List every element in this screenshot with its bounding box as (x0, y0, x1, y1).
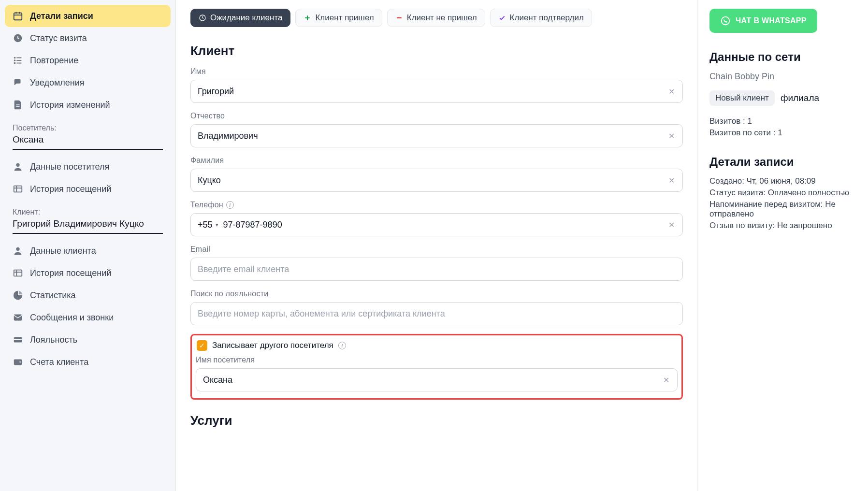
svg-rect-0 (14, 13, 22, 20)
clear-icon[interactable]: ✕ (665, 85, 678, 98)
network-visits-count: Визитов по сети : 1 (709, 128, 856, 138)
minus-icon (395, 14, 403, 22)
name-label: Имя (190, 67, 683, 76)
review-value: Отзыв по визиту: Не запрошено (709, 221, 856, 231)
sidebar-item-repeat[interactable]: Повторение (5, 49, 171, 72)
status-confirmed-button[interactable]: Клиент подтвердил (490, 9, 592, 27)
info-icon[interactable]: i (226, 201, 234, 209)
surname-label: Фамилия (190, 156, 683, 165)
surname-input[interactable] (198, 169, 665, 191)
sidebar-item-visitor-data[interactable]: Данные посетителя (5, 156, 171, 178)
svg-point-11 (16, 163, 19, 167)
table-icon (13, 184, 23, 194)
details-heading: Детали записи (709, 155, 856, 169)
svg-rect-21 (14, 339, 22, 340)
svg-rect-19 (14, 315, 22, 321)
sidebar-item-label: Детали записи (30, 11, 93, 21)
file-icon (13, 100, 23, 110)
sidebar-item-label: История посещений (30, 268, 111, 278)
divider (13, 149, 163, 150)
status-waiting-button[interactable]: Ожидание клиента (190, 9, 290, 27)
clock-icon (199, 14, 206, 22)
branch-suffix: филиала (781, 93, 819, 103)
phone-input-group: +55 ▾ ✕ (190, 213, 683, 236)
visitor-value: Оксана (5, 134, 171, 149)
info-icon[interactable]: i (338, 342, 346, 349)
loyalty-input[interactable] (198, 303, 678, 325)
user-icon (13, 246, 23, 256)
list-icon (13, 55, 23, 66)
clear-icon[interactable]: ✕ (660, 374, 672, 387)
client-section-label: Клиент: (5, 200, 171, 218)
visitor-name-input[interactable] (203, 369, 660, 391)
patronymic-label: Отчество (190, 112, 683, 120)
whatsapp-button[interactable]: ЧАТ В WHATSAPP (709, 9, 817, 33)
email-input[interactable] (198, 258, 678, 280)
sidebar-item-notifications[interactable]: Уведомления (5, 72, 171, 94)
created-value: Создано: Чт, 06 июня, 08:09 (709, 176, 856, 186)
other-visitor-checkbox[interactable]: ✓ (197, 340, 207, 351)
email-input-group (190, 258, 683, 281)
sidebar-item-loyalty[interactable]: Лояльность (5, 329, 171, 351)
clear-icon[interactable]: ✕ (665, 174, 678, 187)
sidebar-item-status[interactable]: Статус визита (5, 27, 171, 49)
svg-point-9 (14, 60, 15, 61)
sidebar-item-label: Счета клиента (30, 357, 88, 367)
sidebar-item-label: Статус визита (30, 33, 87, 43)
clear-icon[interactable]: ✕ (665, 130, 678, 143)
comments-icon (13, 77, 23, 88)
name-input-group: ✕ (190, 80, 683, 103)
sidebar: Детали записи Статус визита Повторение У… (0, 0, 175, 491)
clock-icon (13, 33, 23, 43)
svg-point-15 (16, 247, 19, 251)
svg-point-28 (722, 17, 730, 25)
sidebar-item-details[interactable]: Детали записи (5, 5, 171, 27)
main-content: Ожидание клиента Клиент пришел Клиент не… (176, 0, 698, 491)
user-icon (13, 161, 23, 172)
divider (13, 233, 163, 234)
whatsapp-icon (720, 15, 731, 26)
visitor-name-label: Имя посетителя (196, 356, 678, 364)
svg-rect-16 (14, 270, 22, 276)
email-label: Email (190, 245, 683, 254)
phone-input[interactable] (223, 214, 665, 236)
clear-icon[interactable]: ✕ (665, 218, 678, 231)
visit-status-value: Статус визита: Оплачено полностью (709, 188, 856, 198)
sidebar-item-client-data[interactable]: Данные клиента (5, 240, 171, 262)
status-arrived-button[interactable]: Клиент пришел (295, 9, 382, 27)
sidebar-item-client-history[interactable]: История посещений (5, 262, 171, 284)
sidebar-item-history[interactable]: История изменений (5, 94, 171, 116)
sidebar-item-label: Статистика (30, 290, 76, 301)
status-row: Ожидание клиента Клиент пришел Клиент не… (190, 9, 683, 27)
phone-prefix-select[interactable]: +55 ▾ (198, 220, 223, 230)
status-noshow-button[interactable]: Клиент не пришел (387, 9, 485, 27)
envelope-icon (13, 312, 23, 323)
pie-icon (13, 290, 23, 301)
loyalty-input-group (190, 302, 683, 325)
sidebar-item-label: Лояльность (30, 335, 77, 345)
plus-icon (304, 14, 311, 22)
sidebar-item-messages[interactable]: Сообщения и звонки (5, 306, 171, 329)
wallet-icon (13, 357, 23, 367)
pill-label: Ожидание клиента (210, 13, 282, 23)
sidebar-item-statistics[interactable]: Статистика (5, 284, 171, 306)
svg-point-10 (14, 63, 15, 64)
chain-name: Chain Bobby Pin (709, 72, 856, 82)
sidebar-item-label: Повторение (30, 56, 78, 66)
new-client-badge: Новый клиент (709, 90, 775, 106)
pill-label: Клиент пришел (315, 13, 374, 23)
sidebar-item-visitor-history[interactable]: История посещений (5, 178, 171, 200)
sidebar-item-accounts[interactable]: Счета клиента (5, 351, 171, 373)
right-panel: ЧАТ В WHATSAPP Данные по сети Chain Bobb… (698, 0, 868, 491)
name-input[interactable] (198, 80, 665, 102)
other-visitor-label: Записывает другого посетителя (212, 341, 333, 350)
client-value: Григорий Владимирович Куцко (5, 218, 171, 233)
loyalty-label: Поиск по лояльности (190, 289, 683, 298)
client-heading: Клиент (190, 43, 683, 58)
other-visitor-box: ✓ Записывает другого посетителя i Имя по… (190, 334, 683, 400)
svg-rect-12 (14, 186, 22, 192)
reminder-value: Напоминание перед визитом: Не отправлено (709, 200, 856, 219)
card-icon (13, 334, 23, 345)
patronymic-input[interactable] (198, 125, 665, 147)
surname-input-group: ✕ (190, 169, 683, 192)
